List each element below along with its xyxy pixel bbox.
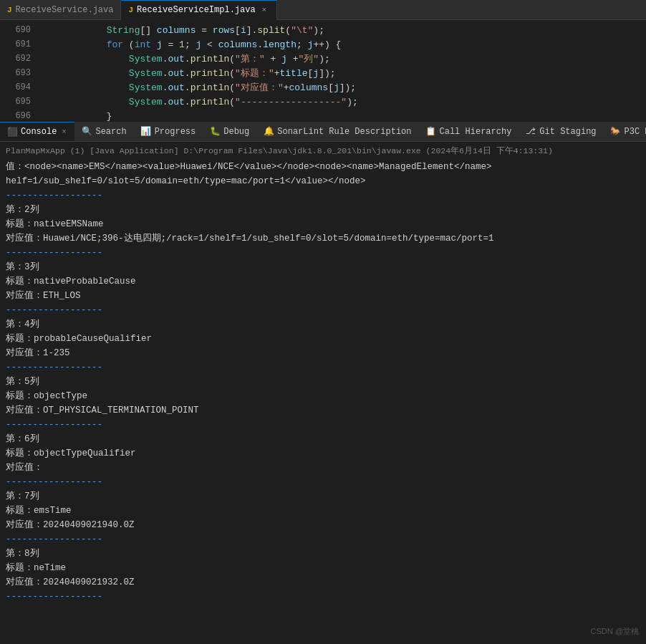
tab-debug[interactable]: 🐛 Debug xyxy=(203,122,256,142)
console-line-sep7: ------------------ xyxy=(6,532,640,547)
console-line-col5: 第：5列 xyxy=(6,375,640,389)
tab-progress[interactable]: 📊 Progress xyxy=(134,122,203,142)
git-icon: ⎇ xyxy=(526,127,536,137)
sonar-tab-label: SonarLint Rule Description xyxy=(277,127,411,137)
console-line-col4: 第：4列 xyxy=(6,317,640,332)
console-line-col7: 第：7列 xyxy=(6,489,640,504)
console-line-title4: 标题：probableCauseQualifier xyxy=(6,332,640,346)
console-line-1: 值：<node><name>EMS</name><value>Huawei/NC… xyxy=(6,160,640,174)
progress-icon: 📊 xyxy=(141,127,151,137)
p3c-tab-label: P3C Results xyxy=(625,127,646,137)
console-line-val3: 对应值：ETH_LOS xyxy=(6,289,640,303)
console-line-val6: 对应值： xyxy=(6,461,640,475)
tab-callhierarchy[interactable]: 📋 Call Hierarchy xyxy=(419,122,519,142)
callhierarchy-tab-label: Call Hierarchy xyxy=(440,127,512,137)
tab-label: ReceiveService.java xyxy=(16,5,114,15)
code-lines: 690 String[] columns = rows[i].split("\t… xyxy=(0,20,646,122)
console-line-sep5: ------------------ xyxy=(6,418,640,432)
console-line-title3: 标题：nativeProbableCause xyxy=(6,274,640,289)
console-line-title6: 标题：objectTypeQualifier xyxy=(6,446,640,461)
console-line-val4: 对应值：1-235 xyxy=(6,346,640,360)
tab-sonar[interactable]: 🔔 SonarLint Rule Description xyxy=(256,122,418,142)
tab-close-button[interactable]: × xyxy=(259,5,269,15)
console-line-sep4: ------------------ xyxy=(6,360,640,375)
console-line-col3: 第：3列 xyxy=(6,260,640,274)
search-icon: 🔍 xyxy=(82,127,92,137)
java-icon: J xyxy=(7,6,12,14)
git-tab-label: Git Staging xyxy=(539,127,596,137)
sonar-icon: 🔔 xyxy=(264,127,274,137)
p3c-icon: 🐎 xyxy=(611,127,621,137)
search-tab-label: Search xyxy=(95,127,126,137)
console-line-title8: 标题：neTime xyxy=(6,561,640,575)
console-line-col8: 第：8列 xyxy=(6,547,640,561)
console-line-title7: 标题：emsTime xyxy=(6,504,640,518)
console-line-val2: 对应值：Huawei/NCE;396-达电四期;/rack=1/shelf=1/… xyxy=(6,231,640,246)
code-line-694: 694 System.out.println("对应值："+columns[j]… xyxy=(0,80,646,95)
hierarchy-icon: 📋 xyxy=(426,127,436,137)
console-line-val5: 对应值：OT_PHYSICAL_TERMINATION_POINT xyxy=(6,403,640,418)
watermark: CSDN @堂桃 xyxy=(591,626,639,637)
console-line-val7: 对应值：20240409021940.0Z xyxy=(6,518,640,532)
editor-tab-bar: J ReceiveService.java J ReceiveServiceIm… xyxy=(0,0,646,20)
code-line-693: 693 System.out.println("标题："+title[j]); xyxy=(0,66,646,80)
tab-receiveserviceimpl[interactable]: J ReceiveServiceImpl.java × xyxy=(121,0,276,20)
code-line-695: 695 System.out.println("----------------… xyxy=(0,95,646,109)
code-line-691: 691 for (int j = 1; j < columns.length; … xyxy=(0,37,646,52)
tab-label: ReceiveServiceImpl.java xyxy=(137,5,256,15)
debug-icon: 🐛 xyxy=(210,127,220,137)
java-icon: J xyxy=(128,6,133,14)
code-line-692: 692 System.out.println("第：" + j +"列"); xyxy=(0,52,646,66)
progress-tab-label: Progress xyxy=(155,127,196,137)
console-header: PlanMapMxApp (1) [Java Application] D:\P… xyxy=(6,145,640,157)
console-line-2: helf=1/sub_shelf=0/slot=5/domain=eth/typ… xyxy=(6,174,640,188)
tab-receivservice[interactable]: J ReceiveService.java xyxy=(0,0,121,20)
panel-tabs-bar: ⬛ Console × 🔍 Search 📊 Progress 🐛 Debug … xyxy=(0,122,646,142)
console-line-sep8: ------------------ xyxy=(6,590,640,604)
console-line-col2: 第：2列 xyxy=(6,203,640,217)
console-line-sep1: ------------------ xyxy=(6,188,640,203)
debug-tab-label: Debug xyxy=(223,127,249,137)
console-line-col6: 第：6列 xyxy=(6,432,640,446)
tab-search[interactable]: 🔍 Search xyxy=(74,122,133,142)
code-editor: J ReceiveService.java J ReceiveServiceIm… xyxy=(0,0,646,122)
console-line-title2: 标题：nativeEMSName xyxy=(6,217,640,231)
tab-console[interactable]: ⬛ Console × xyxy=(0,122,74,142)
console-line-val8: 对应值：20240409021932.0Z xyxy=(6,575,640,590)
console-line-sep2: ------------------ xyxy=(6,246,640,260)
tab-p3c[interactable]: 🐎 P3C Results xyxy=(604,122,646,142)
console-tab-label: Console xyxy=(21,127,57,137)
console-line-sep3: ------------------ xyxy=(6,303,640,317)
console-output-area: PlanMapMxApp (1) [Java Application] D:\P… xyxy=(0,142,646,644)
tab-git[interactable]: ⎇ Git Staging xyxy=(519,122,603,142)
console-close-button[interactable]: × xyxy=(60,128,67,137)
console-line-sep6: ------------------ xyxy=(6,475,640,489)
code-line-690: 690 String[] columns = rows[i].split("\t… xyxy=(0,23,646,37)
console-icon: ⬛ xyxy=(7,127,17,137)
console-line-title5: 标题：objectType xyxy=(6,389,640,403)
code-line-696: 696 } xyxy=(0,109,646,122)
